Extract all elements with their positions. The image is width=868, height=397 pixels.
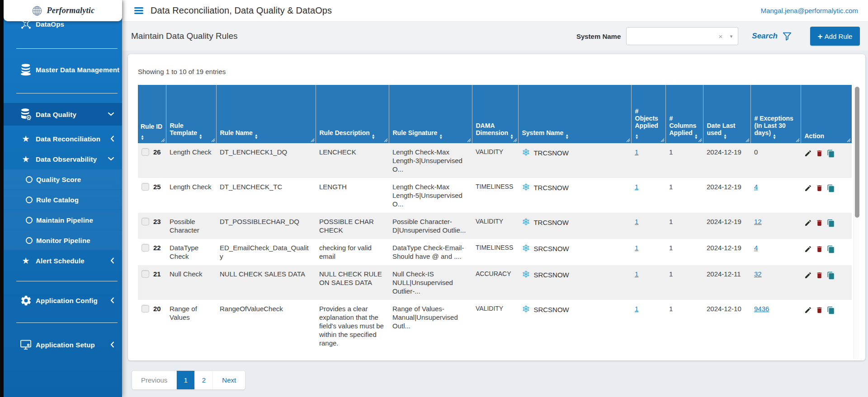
objects-applied-link[interactable]: 1 (635, 305, 638, 313)
sidebar-item-quality-score[interactable]: Quality Score (4, 169, 122, 189)
sort-icon[interactable]: ▲▼ (141, 135, 144, 140)
cell-dama-dimension: VALIDITY (472, 300, 518, 352)
rule-id-value: 22 (153, 243, 161, 252)
table-scrollbar[interactable] (854, 85, 859, 359)
sort-icon[interactable]: ▲▼ (635, 134, 639, 140)
column-resize-handle[interactable] (698, 138, 702, 142)
delete-rule-button[interactable] (816, 219, 823, 227)
sort-icon[interactable]: ▲▼ (723, 134, 727, 140)
column-resize-handle[interactable] (847, 138, 851, 142)
cell-rule-id: 26 (138, 143, 166, 178)
row-checkbox[interactable] (142, 244, 149, 252)
exceptions-link[interactable]: 9436 (754, 305, 769, 313)
column-header-rule-template[interactable]: Rule Template ▲▼ (166, 85, 216, 143)
sort-icon[interactable]: ▲▼ (694, 134, 698, 140)
column-resize-handle[interactable] (513, 138, 517, 142)
edit-rule-button[interactable] (804, 245, 812, 253)
edit-rule-button[interactable] (804, 306, 812, 314)
delete-rule-button[interactable] (816, 306, 823, 314)
objects-applied-link[interactable]: 1 (635, 218, 638, 225)
delete-rule-button[interactable] (816, 149, 823, 158)
edit-rule-button[interactable] (804, 271, 812, 280)
sidebar-item-data-quality[interactable]: Data Quality (4, 103, 122, 126)
sidebar-item-master-data-management[interactable]: Master Data Management (4, 58, 122, 81)
exceptions-link[interactable]: 4 (754, 244, 758, 252)
sidebar-item-application-setup[interactable]: Application Setup (4, 335, 122, 355)
sidebar-item-data-reconciliation[interactable]: ★Data Reconciliation (4, 129, 122, 149)
column-header-columns-applied[interactable]: # Columns Applied ▲▼ (665, 85, 703, 143)
select-clear-icon[interactable]: × (719, 33, 723, 40)
chevron-down-icon[interactable]: ▾ (730, 33, 733, 39)
sort-icon[interactable]: ▲▼ (199, 134, 203, 140)
objects-applied-link[interactable]: 1 (635, 270, 638, 278)
toolbar-controls: System Name × ▾ Search + Add Rule (576, 27, 860, 46)
column-header-objects-applied[interactable]: # Objects Applied ▲▼ (631, 85, 665, 143)
search-button[interactable]: Search (752, 32, 778, 41)
column-header-rule-signature[interactable]: Rule Signature ▲▼ (389, 85, 472, 143)
exceptions-link[interactable]: 32 (754, 270, 762, 278)
edit-rule-button[interactable] (804, 184, 812, 192)
chevron-down-icon (108, 157, 114, 161)
column-resize-handle[interactable] (660, 138, 665, 142)
page-next-button[interactable]: Next (213, 371, 245, 389)
sidebar-item-application-config[interactable]: Application Config (4, 290, 122, 310)
column-resize-handle[interactable] (745, 138, 750, 142)
sort-icon[interactable]: ▲▼ (773, 134, 776, 140)
copy-rule-button[interactable] (827, 219, 835, 227)
column-header-rule-id[interactable]: Rule ID ▲▼ (138, 85, 166, 143)
column-resize-handle[interactable] (311, 138, 315, 142)
column-resize-handle[interactable] (467, 138, 471, 142)
column-header-dama-dimension[interactable]: DAMA Dimension ▲▼ (472, 85, 518, 143)
sidebar-item-alert-schedule[interactable]: ★Alert Schedule (4, 251, 122, 271)
objects-applied-link[interactable]: 1 (635, 148, 638, 156)
sort-icon[interactable]: ▲▼ (439, 134, 443, 140)
cell-exceptions: 4 (750, 239, 801, 265)
column-header-exceptions-in-last-30-days[interactable]: # Exceptions (In Last 30 days) ▲▼ (750, 85, 801, 143)
delete-rule-button[interactable] (816, 245, 823, 253)
system-name-select[interactable]: × ▾ (626, 27, 738, 45)
column-header-rule-description[interactable]: Rule Description ▲▼ (316, 85, 389, 143)
column-resize-handle[interactable] (384, 138, 388, 142)
user-email[interactable]: Mangal.jena@performalytic.com (761, 7, 858, 14)
column-header-rule-name[interactable]: Rule Name ▲▼ (216, 85, 316, 143)
table-scrollbar-thumb[interactable] (855, 87, 859, 218)
row-checkbox[interactable] (142, 183, 149, 191)
copy-rule-button[interactable] (827, 149, 835, 158)
exceptions-link[interactable]: 12 (754, 218, 762, 225)
sidebar-item-data-observability[interactable]: ★Data Observability (4, 149, 122, 169)
row-checkbox[interactable] (142, 148, 149, 156)
hamburger-menu-icon[interactable] (134, 6, 143, 15)
row-checkbox[interactable] (142, 218, 149, 225)
copy-rule-button[interactable] (827, 245, 835, 253)
edit-rule-button[interactable] (804, 149, 812, 158)
app-logo[interactable]: Performalytic (4, 0, 122, 21)
sidebar-item-maintain-pipeline[interactable]: Maintain Pipeline (4, 210, 122, 230)
page-previous-button[interactable]: Previous (132, 371, 177, 389)
sidebar-item-monitor-pipeline[interactable]: Monitor Pipeline (4, 230, 122, 250)
sort-icon[interactable]: ▲▼ (255, 134, 258, 140)
copy-rule-button[interactable] (827, 306, 835, 314)
delete-rule-button[interactable] (816, 271, 823, 280)
filter-funnel-icon[interactable] (782, 31, 792, 41)
add-rule-button[interactable]: + Add Rule (810, 27, 860, 46)
column-header-date-last-used[interactable]: Date Last used ▲▼ (703, 85, 750, 143)
row-checkbox[interactable] (142, 270, 149, 278)
sort-icon[interactable]: ▲▼ (565, 134, 569, 140)
column-resize-handle[interactable] (626, 138, 630, 142)
column-resize-handle[interactable] (211, 138, 215, 142)
copy-rule-button[interactable] (827, 271, 835, 280)
exceptions-link[interactable]: 4 (754, 183, 758, 191)
column-resize-handle[interactable] (796, 138, 800, 142)
column-resize-handle[interactable] (161, 138, 165, 142)
objects-applied-link[interactable]: 1 (635, 244, 638, 252)
sort-icon[interactable]: ▲▼ (372, 134, 375, 140)
objects-applied-link[interactable]: 1 (635, 183, 638, 191)
copy-rule-button[interactable] (827, 184, 835, 192)
column-header-system-name[interactable]: System Name ▲▼ (518, 85, 631, 143)
sidebar-item-rule-catalog[interactable]: Rule Catalog (4, 190, 122, 210)
row-checkbox[interactable] (142, 305, 149, 313)
page-1-button[interactable]: 1 (177, 371, 195, 389)
delete-rule-button[interactable] (816, 184, 823, 192)
edit-rule-button[interactable] (804, 219, 812, 227)
page-2-button[interactable]: 2 (195, 371, 213, 389)
